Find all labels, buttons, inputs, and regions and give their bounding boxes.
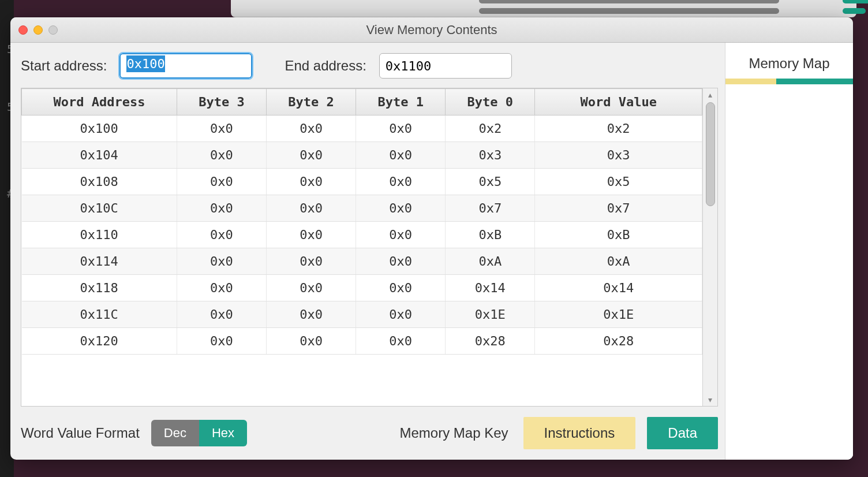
cell-addr: 0x100 (22, 115, 177, 142)
cell-b1: 0x0 (356, 328, 446, 355)
cell-b0: 0x2 (446, 115, 535, 142)
end-address-label: End address: (285, 58, 366, 74)
memory-viewer-window: View Memory Contents Start address: 0x10… (10, 17, 853, 460)
cell-b0: 0x3 (446, 142, 535, 169)
key-data: Data (647, 417, 718, 449)
cell-val: 0xA (535, 248, 702, 275)
cell-b1: 0x0 (356, 142, 446, 169)
cell-b3: 0x0 (177, 115, 266, 142)
table-row[interactable]: 0x10C0x00x00x00x70x7 (22, 195, 702, 222)
cell-b1: 0x0 (356, 115, 446, 142)
table-row[interactable]: 0x1000x00x00x00x20x2 (22, 115, 702, 142)
cell-b3: 0x0 (177, 301, 266, 328)
memory-map-body (725, 84, 853, 460)
cell-b0: 0x1E (446, 301, 535, 328)
cell-b1: 0x0 (356, 301, 446, 328)
cell-b0: 0x5 (446, 169, 535, 195)
start-address-input[interactable]: 0x100 (119, 53, 252, 79)
window-title: View Memory Contents (10, 23, 853, 38)
minimize-icon[interactable] (33, 25, 43, 35)
cell-addr: 0x108 (22, 169, 177, 195)
table-row[interactable]: 0x1180x00x00x00x140x14 (22, 275, 702, 301)
cell-val: 0xB (535, 222, 702, 248)
table-row[interactable]: 0x1080x00x00x00x50x5 (22, 169, 702, 195)
cell-b3: 0x0 (177, 142, 266, 169)
memory-map-data-region (776, 79, 853, 84)
memory-table: Word Address Byte 3 Byte 2 Byte 1 Byte 0… (21, 88, 702, 355)
memory-map-instructions-region (725, 79, 776, 84)
table-row[interactable]: 0x1100x00x00x00xB0xB (22, 222, 702, 248)
memory-map-panel: Memory Map (725, 43, 853, 460)
cell-b2: 0x0 (267, 195, 356, 222)
format-toggle: Dec Hex (151, 420, 247, 446)
cell-addr: 0x11C (22, 301, 177, 328)
cell-b0: 0xA (446, 248, 535, 275)
cell-b1: 0x0 (356, 195, 446, 222)
cell-addr: 0x120 (22, 328, 177, 355)
cell-b1: 0x0 (356, 275, 446, 301)
cell-b2: 0x0 (267, 169, 356, 195)
table-row[interactable]: 0x11C0x00x00x00x1E0x1E (22, 301, 702, 328)
col-header-byte0[interactable]: Byte 0 (446, 89, 535, 115)
background-panel (231, 0, 856, 17)
hex-button[interactable]: Hex (199, 420, 247, 446)
cell-val: 0x28 (535, 328, 702, 355)
start-address-label: Start address: (21, 58, 107, 74)
cell-b2: 0x0 (267, 275, 356, 301)
cell-b3: 0x0 (177, 169, 266, 195)
col-header-byte2[interactable]: Byte 2 (267, 89, 356, 115)
cell-val: 0x7 (535, 195, 702, 222)
scroll-down-icon[interactable]: ▾ (703, 393, 717, 406)
window-controls (10, 25, 58, 35)
cell-addr: 0x118 (22, 275, 177, 301)
cell-b3: 0x0 (177, 195, 266, 222)
cell-b2: 0x0 (267, 301, 356, 328)
cell-b2: 0x0 (267, 115, 356, 142)
maximize-icon[interactable] (48, 25, 58, 35)
scroll-up-icon[interactable]: ▴ (703, 88, 717, 101)
cell-addr: 0x110 (22, 222, 177, 248)
cell-b3: 0x0 (177, 222, 266, 248)
cell-addr: 0x10C (22, 195, 177, 222)
table-row[interactable]: 0x1040x00x00x00x30x3 (22, 142, 702, 169)
close-icon[interactable] (18, 25, 28, 35)
cell-b2: 0x0 (267, 328, 356, 355)
cell-val: 0x2 (535, 115, 702, 142)
main-panel: Start address: 0x100 End address: Word A… (10, 43, 725, 460)
memory-map-key-label: Memory Map Key (400, 425, 508, 441)
col-header-byte3[interactable]: Byte 3 (177, 89, 266, 115)
cell-b3: 0x0 (177, 328, 266, 355)
cell-addr: 0x114 (22, 248, 177, 275)
table-scrollbar[interactable]: ▴ ▾ (702, 88, 717, 406)
dec-button[interactable]: Dec (151, 420, 199, 446)
memory-map-title: Memory Map (725, 43, 853, 79)
memory-map-bar (725, 79, 853, 84)
col-header-byte1[interactable]: Byte 1 (356, 89, 446, 115)
table-row[interactable]: 0x1200x00x00x00x280x28 (22, 328, 702, 355)
cell-val: 0x14 (535, 275, 702, 301)
cell-b1: 0x0 (356, 248, 446, 275)
col-header-word-value[interactable]: Word Value (535, 89, 702, 115)
cell-b2: 0x0 (267, 248, 356, 275)
start-address-value: 0x100 (126, 55, 164, 72)
cell-val: 0x1E (535, 301, 702, 328)
end-address-input[interactable] (379, 53, 512, 79)
memory-table-container: Word Address Byte 3 Byte 2 Byte 1 Byte 0… (21, 88, 718, 407)
cell-b3: 0x0 (177, 248, 266, 275)
cell-b0: 0x7 (446, 195, 535, 222)
cell-b1: 0x0 (356, 169, 446, 195)
format-label: Word Value Format (21, 425, 140, 441)
cell-b1: 0x0 (356, 222, 446, 248)
scroll-thumb[interactable] (706, 102, 715, 206)
cell-b2: 0x0 (267, 222, 356, 248)
titlebar[interactable]: View Memory Contents (10, 17, 853, 43)
table-row[interactable]: 0x1140x00x00x00xA0xA (22, 248, 702, 275)
cell-b0: 0x14 (446, 275, 535, 301)
cell-b2: 0x0 (267, 142, 356, 169)
col-header-address[interactable]: Word Address (22, 89, 177, 115)
cell-b0: 0x28 (446, 328, 535, 355)
cell-addr: 0x104 (22, 142, 177, 169)
cell-b0: 0xB (446, 222, 535, 248)
cell-b3: 0x0 (177, 275, 266, 301)
cell-val: 0x3 (535, 142, 702, 169)
